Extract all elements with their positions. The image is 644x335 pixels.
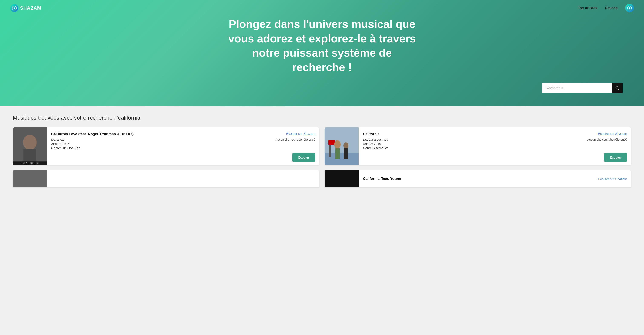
results-title: Musiques trouvées avec votre recherche :…	[13, 114, 631, 121]
results-section: Musiques trouvées avec votre recherche :…	[0, 106, 644, 196]
shazam-link-2[interactable]: Ecouter sur Shazam	[598, 132, 627, 135]
annee-prefix-2: Année:	[363, 142, 374, 146]
music-card-2: LDR California De: Lana Del Rey Année: 2…	[324, 127, 631, 165]
card-artist-1: De: 2Pac	[51, 138, 272, 141]
svg-rect-15	[344, 148, 348, 159]
art-svg-partial-2	[324, 170, 359, 187]
listen-button-2[interactable]: Ecouter	[604, 153, 627, 162]
svg-point-5	[23, 135, 37, 150]
nav-links: Top artistes Favoris	[578, 4, 634, 12]
music-card-partial-2: California (feat. Young Ecouter sur Shaz…	[324, 170, 631, 187]
de-prefix: De:	[51, 138, 57, 141]
album-art-partial-1	[13, 170, 47, 187]
artist-name-2: Lana Del Rey	[369, 138, 388, 141]
card-year-1: Année: 1995	[51, 142, 272, 146]
card-year-2: Année: 2019	[363, 142, 584, 146]
svg-point-14	[343, 142, 348, 149]
search-button[interactable]	[612, 83, 623, 93]
navbar: SHAZAM Top artistes Favoris	[0, 0, 644, 16]
cards-grid: GREATEST HITS California Love (feat. Rog…	[13, 127, 631, 187]
de-prefix-2: De:	[363, 138, 369, 141]
card-top-2: California De: Lana Del Rey Année: 2019 …	[363, 132, 627, 150]
partial-shazam-link-2[interactable]: Ecouter sur Shazam	[598, 177, 627, 181]
album-label-2pac: GREATEST HITS	[13, 161, 47, 165]
year-value-2: 2019	[374, 142, 381, 146]
svg-rect-18	[324, 170, 359, 187]
search-container	[542, 83, 623, 93]
card-genre-1: Genre: Hip-Hop/Rap	[51, 146, 272, 150]
album-art-1: GREATEST HITS	[13, 127, 47, 165]
search-input[interactable]	[542, 83, 612, 93]
svg-rect-17	[13, 170, 47, 187]
card-artist-2: De: Lana Del Rey	[363, 138, 584, 141]
nav-top-artists[interactable]: Top artistes	[578, 6, 597, 10]
card-info-1: California Love (feat. Roger Troutman & …	[47, 127, 320, 165]
card-details-1: California Love (feat. Roger Troutman & …	[51, 132, 272, 150]
partial-info-2: California (feat. Young Ecouter sur Shaz…	[359, 170, 631, 187]
album-art-partial-2	[324, 170, 359, 187]
brand-name: SHAZAM	[20, 5, 41, 11]
card-title-1: California Love (feat. Roger Troutman & …	[51, 132, 272, 136]
nav-shazam-button[interactable]	[625, 4, 634, 12]
album-art-svg-1	[13, 127, 47, 165]
annee-prefix: Année:	[51, 142, 62, 146]
album-art-2: LDR	[324, 127, 359, 165]
year-value-1: 1995	[62, 142, 69, 146]
genre-value-2: Alternative	[373, 146, 388, 150]
logo[interactable]: SHAZAM	[10, 4, 41, 12]
genre-prefix-2: Genre:	[363, 146, 373, 150]
no-clip-2: Aucun clip YouTube référencé	[587, 138, 627, 141]
card-info-2: California De: Lana Del Rey Année: 2019 …	[359, 127, 631, 165]
genre-prefix: Genre:	[51, 146, 62, 150]
card-title-2: California	[363, 132, 584, 136]
listen-button-1[interactable]: Ecouter	[292, 153, 315, 162]
genre-value-1: Hip-Hop/Rap	[62, 146, 80, 150]
music-card-partial-1	[13, 170, 320, 187]
art-svg-partial-1	[13, 170, 47, 187]
shazam-logo-icon	[10, 4, 18, 12]
nav-favorites[interactable]: Favoris	[605, 6, 618, 10]
svg-line-3	[618, 89, 619, 90]
partial-info-1	[47, 170, 320, 187]
svg-rect-13	[335, 148, 340, 159]
card-genre-2: Genre: Alternative	[363, 146, 584, 150]
no-clip-1: Aucun clip YouTube référencé	[276, 138, 315, 141]
hero-title: Plongez dans l'univers musical que vous …	[226, 17, 418, 74]
music-card-1: GREATEST HITS California Love (feat. Rog…	[13, 127, 320, 165]
album-art-svg-2: LDR	[324, 127, 359, 165]
search-icon	[616, 86, 619, 90]
card-bottom-2: Ecouter	[363, 153, 627, 162]
card-top-1: California Love (feat. Roger Troutman & …	[51, 132, 315, 150]
card-actions-2: Ecouter sur Shazam Aucun clip YouTube ré…	[587, 132, 627, 141]
shazam-link-1[interactable]: Ecouter sur Shazam	[286, 132, 315, 135]
svg-rect-11	[328, 140, 335, 144]
card-details-2: California De: Lana Del Rey Année: 2019 …	[363, 132, 584, 150]
card-actions-1: Ecouter sur Shazam Aucun clip YouTube ré…	[276, 132, 315, 141]
artist-name-1: 2Pac	[57, 138, 64, 141]
svg-point-12	[334, 140, 340, 149]
card-bottom-1: Ecouter	[51, 153, 315, 162]
partial-title-2: California (feat. Young	[363, 177, 401, 181]
